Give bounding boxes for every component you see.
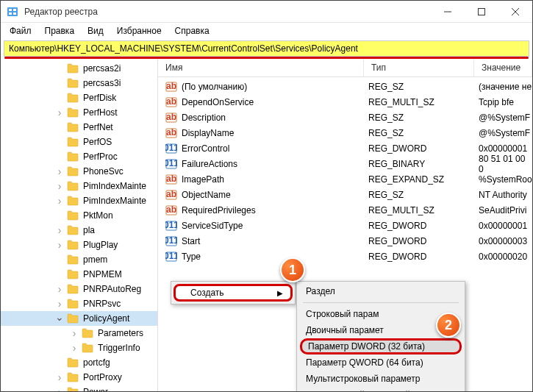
list-row[interactable]: 011ServiceSidTypeREG_DWORD0x00000001 (158, 218, 532, 233)
tree-panel[interactable]: percsas2ipercsas3iPerfDisk›PerfHostPerfN… (1, 60, 158, 392)
list-row[interactable]: 011StartREG_DWORD0x00000003 (158, 233, 532, 249)
tree-item[interactable]: ›PortProxy (1, 370, 157, 385)
titlebar: Редактор реестра (1, 1, 532, 23)
row-type: REG_EXPAND_SZ (368, 174, 479, 185)
chevron-icon[interactable]: › (55, 107, 64, 118)
tree-item[interactable]: PerfProc (1, 149, 157, 164)
tree-item[interactable]: pmem (1, 252, 157, 267)
ctx2-section[interactable]: Раздел (297, 283, 465, 299)
menu-view[interactable]: Вид (82, 24, 110, 38)
folder-icon (67, 357, 79, 368)
maximize-button[interactable] (465, 1, 498, 23)
regedit-icon (7, 6, 18, 18)
chevron-icon[interactable]: › (55, 239, 64, 251)
row-type: REG_SZ (368, 128, 479, 138)
tree-item[interactable]: PktMon (1, 208, 157, 223)
tree-item[interactable]: PerfOS (1, 135, 157, 149)
row-name: ObjectName (182, 190, 368, 200)
chevron-icon[interactable]: ⌄ (55, 311, 64, 323)
callout-badge-2: 2 (436, 313, 461, 338)
list-row[interactable]: abImagePathREG_EXPAND_SZ%SystemRoo (158, 171, 532, 187)
list-row[interactable]: abDependOnServiceREG_MULTI_SZTcpip bfe (158, 94, 532, 110)
folder-icon (67, 269, 79, 279)
list-row[interactable]: 011ErrorControlREG_DWORD0x00000001 (158, 140, 532, 156)
col-value[interactable]: Значение (474, 60, 532, 76)
tree-item[interactable]: ›PhoneSvc (1, 164, 157, 179)
menu-fav[interactable]: Избранное (111, 24, 168, 38)
menu-file[interactable]: Файл (4, 24, 37, 38)
chevron-icon[interactable]: › (55, 180, 64, 192)
row-type: REG_SZ (368, 113, 479, 123)
tree-item[interactable]: ›TriggerInfo (1, 341, 157, 355)
tree-item[interactable]: portcfg (1, 355, 157, 370)
col-type[interactable]: Тип (364, 60, 474, 76)
ctx-create-label: Создать (190, 288, 224, 298)
tree-label: pla (82, 224, 96, 236)
col-name[interactable]: Имя (158, 60, 364, 76)
folder-icon (67, 78, 79, 88)
svg-text:011: 011 (165, 235, 177, 246)
window-title: Редактор реестра (24, 7, 431, 17)
list-body[interactable]: ab(По умолчанию)REG_SZ(значение неabDepe… (158, 77, 532, 264)
tree-item[interactable]: ›Power (1, 385, 157, 392)
list-row[interactable]: 011FailureActionsREG_BINARY80 51 01 00 0 (158, 156, 532, 171)
chevron-icon[interactable]: › (70, 327, 79, 339)
tree-item[interactable]: PerfNet (1, 120, 157, 135)
list-header: Имя Тип Значение (158, 60, 532, 77)
tree-item[interactable]: PNPMEM (1, 267, 157, 282)
ctx2-expstring[interactable]: Расширяемый строковый параметр (297, 387, 465, 392)
chevron-icon[interactable]: › (55, 371, 64, 383)
svg-rect-2 (13, 9, 16, 11)
chevron-icon[interactable]: › (55, 195, 64, 207)
list-row[interactable]: abDisplayNameREG_SZ@%SystemF (158, 125, 532, 140)
string-value-icon: ab (165, 204, 177, 216)
close-button[interactable] (498, 1, 532, 23)
chevron-icon[interactable]: › (55, 386, 64, 392)
string-value-icon: ab (165, 127, 177, 139)
svg-rect-4 (13, 13, 16, 15)
tree-label: percsas2i (82, 63, 122, 74)
row-name: Description (182, 113, 368, 123)
minimize-button[interactable] (431, 1, 465, 23)
tree-label: PerfDisk (82, 92, 118, 104)
tree-item[interactable]: ›PNRPAutoReg (1, 282, 157, 296)
ctx2-multistring[interactable]: Мультистроковый параметр (297, 371, 465, 387)
address-highlight-underline (4, 57, 529, 59)
tree-label: Power (82, 386, 110, 392)
address-bar[interactable]: Компьютер\HKEY_LOCAL_MACHINE\SYSTEM\Curr… (4, 40, 529, 57)
ctx-create[interactable]: Создать ▶ (174, 284, 293, 302)
tree-item[interactable]: PerfDisk (1, 90, 157, 105)
ctx2-dword[interactable]: Параметр DWORD (32 бита) (300, 338, 462, 354)
svg-text:ab: ab (166, 96, 176, 107)
list-row[interactable]: abRequiredPrivilegesREG_MULTI_SZSeAuditP… (158, 202, 532, 218)
chevron-icon[interactable]: › (70, 342, 79, 354)
tree-item[interactable]: ›PimIndexMainte (1, 193, 157, 208)
menu-edit[interactable]: Правка (39, 24, 81, 38)
chevron-icon[interactable]: › (55, 224, 64, 236)
list-row[interactable]: abObjectNameREG_SZNT Authority (158, 187, 532, 202)
menu-help[interactable]: Справка (169, 24, 215, 38)
tree-item[interactable]: ›PNRPsvc (1, 296, 157, 311)
list-row[interactable]: ab(По умолчанию)REG_SZ(значение не (158, 79, 532, 94)
tree-item[interactable]: percsas2i (1, 61, 157, 76)
tree-label: PerfOS (82, 136, 113, 148)
tree-item[interactable]: ›PerfHost (1, 105, 157, 120)
ctx2-qword[interactable]: Параметр QWORD (64 бита) (297, 354, 465, 371)
tree-item[interactable]: ›PimIndexMainte (1, 179, 157, 193)
chevron-icon[interactable]: › (55, 298, 64, 310)
folder-icon (67, 225, 79, 235)
svg-text:ab: ab (166, 127, 176, 138)
tree-item[interactable]: ›PlugPlay (1, 238, 157, 252)
tree-item[interactable]: ›pla (1, 223, 157, 238)
tree-label: PerfNet (82, 121, 115, 133)
chevron-icon[interactable]: › (55, 283, 64, 295)
chevron-icon[interactable]: › (55, 165, 64, 177)
row-type: REG_MULTI_SZ (368, 97, 479, 107)
row-value: @%SystemF (479, 113, 532, 123)
tree-label: PerfProc (82, 151, 119, 163)
list-row[interactable]: abDescriptionREG_SZ@%SystemF (158, 110, 532, 125)
tree-item[interactable]: ⌄PolicyAgent (1, 311, 157, 326)
tree-item[interactable]: percsas3i (1, 76, 157, 90)
tree-item[interactable]: ›Parameters (1, 326, 157, 341)
list-row[interactable]: 011TypeREG_DWORD0x00000020 (158, 249, 532, 264)
